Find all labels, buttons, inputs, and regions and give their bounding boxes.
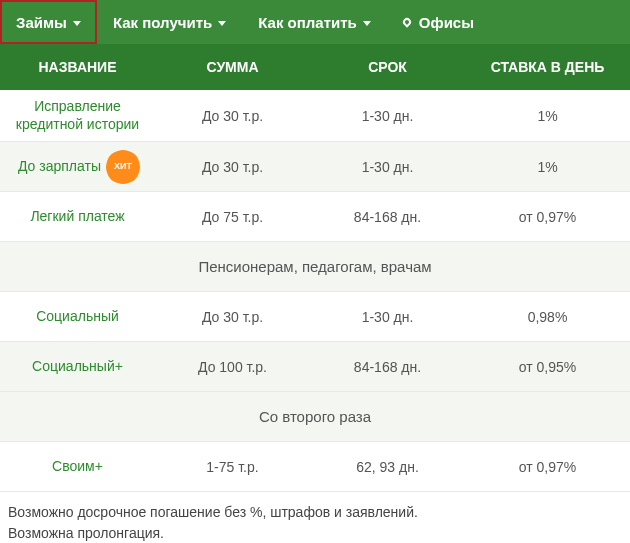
nav-item-offices[interactable]: Офисы bbox=[387, 0, 490, 44]
cell-rate: 1% bbox=[465, 100, 630, 132]
cell-rate: 1% bbox=[465, 151, 630, 183]
product-name-link[interactable]: Исправление кредитной истории bbox=[0, 90, 155, 141]
cell-term: 1-30 дн. bbox=[310, 100, 465, 132]
footer-line: Возможно досрочное погашение без %, штра… bbox=[8, 502, 622, 523]
product-name-link[interactable]: Легкий платеж bbox=[0, 200, 155, 234]
cell-sum: 1-75 т.р. bbox=[155, 451, 310, 483]
section-heading: Со второго раза bbox=[0, 392, 630, 442]
product-name-link[interactable]: До зарплаты ХИТ bbox=[0, 145, 155, 189]
table-row: Легкий платеж До 75 т.р. 84-168 дн. от 0… bbox=[0, 192, 630, 242]
cell-rate: от 0,97% bbox=[465, 451, 630, 483]
cell-rate: 0,98% bbox=[465, 301, 630, 333]
cell-sum: До 75 т.р. bbox=[155, 201, 310, 233]
table-row: Социальный+ До 100 т.р. 84-168 дн. от 0,… bbox=[0, 342, 630, 392]
cell-term: 1-30 дн. bbox=[310, 151, 465, 183]
th-rate: СТАВКА В ДЕНЬ bbox=[465, 59, 630, 75]
cell-sum: До 30 т.р. bbox=[155, 301, 310, 333]
nav-label: Офисы bbox=[419, 14, 474, 31]
nav-label: Как оплатить bbox=[258, 14, 357, 31]
cell-term: 1-30 дн. bbox=[310, 301, 465, 333]
table-row: До зарплаты ХИТ До 30 т.р. 1-30 дн. 1% bbox=[0, 142, 630, 192]
cell-term: 84-168 дн. bbox=[310, 201, 465, 233]
product-name-link[interactable]: Социальный+ bbox=[0, 350, 155, 384]
cell-rate: от 0,97% bbox=[465, 201, 630, 233]
cell-term: 84-168 дн. bbox=[310, 351, 465, 383]
table-header: НАЗВАНИЕ СУММА СРОК СТАВКА В ДЕНЬ bbox=[0, 44, 630, 90]
table-row: Социальный До 30 т.р. 1-30 дн. 0,98% bbox=[0, 292, 630, 342]
top-nav: Займы Как получить Как оплатить Офисы bbox=[0, 0, 630, 44]
nav-label: Займы bbox=[16, 14, 67, 31]
nav-item-how-to-get[interactable]: Как получить bbox=[97, 0, 242, 44]
cell-sum: До 100 т.р. bbox=[155, 351, 310, 383]
nav-item-how-to-pay[interactable]: Как оплатить bbox=[242, 0, 387, 44]
product-name-link[interactable]: Социальный bbox=[0, 300, 155, 334]
cell-term: 62, 93 дн. bbox=[310, 451, 465, 483]
product-name-link[interactable]: Своим+ bbox=[0, 450, 155, 484]
nav-label: Как получить bbox=[113, 14, 212, 31]
section-heading: Пенсионерам, педагогам, врачам bbox=[0, 242, 630, 292]
chevron-down-icon bbox=[73, 21, 81, 26]
th-sum: СУММА bbox=[155, 59, 310, 75]
footer-notes: Возможно досрочное погашение без %, штра… bbox=[0, 492, 630, 543]
cell-rate: от 0,95% bbox=[465, 351, 630, 383]
cell-sum: До 30 т.р. bbox=[155, 100, 310, 132]
nav-item-loans[interactable]: Займы bbox=[0, 0, 97, 44]
table-row: Своим+ 1-75 т.р. 62, 93 дн. от 0,97% bbox=[0, 442, 630, 492]
footer-line: Возможна пролонгация. bbox=[8, 523, 622, 543]
map-pin-icon bbox=[401, 16, 412, 27]
chevron-down-icon bbox=[363, 21, 371, 26]
chevron-down-icon bbox=[218, 21, 226, 26]
hit-badge-icon: ХИТ bbox=[109, 153, 137, 181]
cell-sum: До 30 т.р. bbox=[155, 151, 310, 183]
th-name: НАЗВАНИЕ bbox=[0, 59, 155, 75]
th-term: СРОК bbox=[310, 59, 465, 75]
table-row: Исправление кредитной истории До 30 т.р.… bbox=[0, 90, 630, 142]
